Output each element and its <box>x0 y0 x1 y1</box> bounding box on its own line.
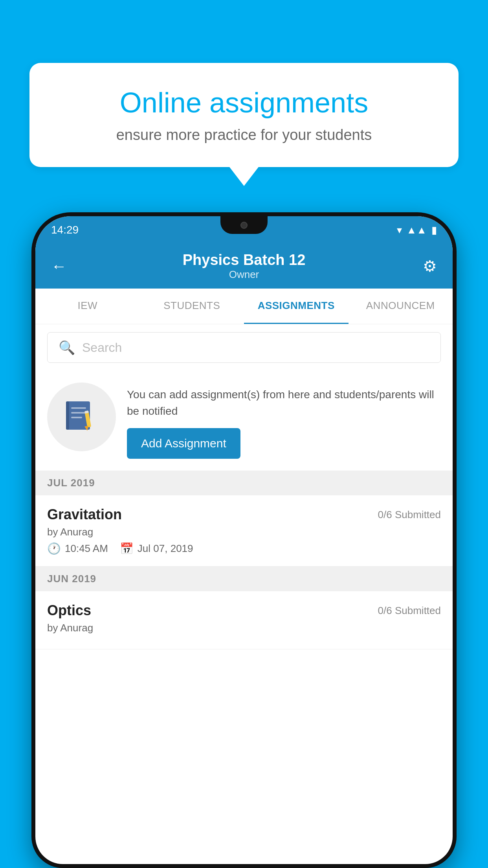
assignment-name: Gravitation <box>47 506 122 523</box>
header-center: Physics Batch 12 Owner <box>75 252 413 281</box>
status-bar: 14:29 ▾ ▲▲ ▮ <box>35 216 453 244</box>
status-time: 14:29 <box>51 224 79 236</box>
assignment-time: 🕐 10:45 AM <box>47 542 108 555</box>
calendar-icon: 📅 <box>120 542 134 555</box>
assignment-item-optics[interactable]: Optics 0/6 Submitted by Anurag <box>35 591 453 649</box>
camera-dot <box>240 222 248 229</box>
svg-rect-4 <box>71 417 82 418</box>
svg-rect-2 <box>71 407 86 409</box>
phone-content: 14:29 ▾ ▲▲ ▮ ← Physics Batch 12 Owner ⚙ <box>35 216 453 864</box>
speech-bubble: Online assignments ensure more practice … <box>29 63 459 167</box>
settings-button[interactable]: ⚙ <box>413 257 437 275</box>
tab-students[interactable]: STUDENTS <box>140 289 244 324</box>
clock-icon: 🕐 <box>47 542 61 555</box>
tab-announcements[interactable]: ANNOUNCEM <box>349 289 453 324</box>
tabs-bar: IEW STUDENTS ASSIGNMENTS ANNOUNCEM <box>35 289 453 324</box>
search-bar[interactable]: 🔍 Search <box>47 332 441 363</box>
assignment-meta: 🕐 10:45 AM 📅 Jul 07, 2019 <box>47 542 441 555</box>
tab-iew[interactable]: IEW <box>35 289 140 324</box>
bubble-subtitle: ensure more practice for your students <box>57 127 431 143</box>
status-icons: ▾ ▲▲ ▮ <box>397 224 437 236</box>
bubble-title: Online assignments <box>57 86 431 119</box>
signal-icon: ▲▲ <box>407 224 427 236</box>
assignment-item-gravitation[interactable]: Gravitation 0/6 Submitted by Anurag 🕐 10… <box>35 495 453 566</box>
assignment-item-header-optics: Optics 0/6 Submitted <box>47 602 441 619</box>
svg-rect-1 <box>66 401 69 430</box>
add-assignment-section: You can add assignment(s) from here and … <box>35 371 453 471</box>
assignment-time-value: 10:45 AM <box>65 542 108 555</box>
phone-inner: 14:29 ▾ ▲▲ ▮ ← Physics Batch 12 Owner ⚙ <box>35 216 453 864</box>
assignment-by-optics: by Anurag <box>47 622 441 634</box>
assignment-submitted: 0/6 Submitted <box>378 509 441 521</box>
tab-assignments[interactable]: ASSIGNMENTS <box>244 289 349 324</box>
assignment-date-value: Jul 07, 2019 <box>138 542 193 555</box>
wifi-icon: ▾ <box>397 224 402 236</box>
phone-frame: 14:29 ▾ ▲▲ ▮ ← Physics Batch 12 Owner ⚙ <box>31 212 457 868</box>
search-icon: 🔍 <box>59 340 75 355</box>
search-placeholder: Search <box>82 340 122 355</box>
notebook-icon <box>64 399 99 435</box>
notch <box>220 216 268 234</box>
header-title: Physics Batch 12 <box>75 252 413 268</box>
back-button[interactable]: ← <box>51 257 75 275</box>
assignment-by: by Anurag <box>47 526 441 538</box>
add-assignment-description: You can add assignment(s) from here and … <box>127 386 441 419</box>
svg-rect-3 <box>71 412 86 414</box>
add-assignment-content: You can add assignment(s) from here and … <box>127 383 441 459</box>
assignment-submitted-optics: 0/6 Submitted <box>378 605 441 617</box>
section-header-jul: JUL 2019 <box>35 471 453 495</box>
section-header-jun: JUN 2019 <box>35 566 453 591</box>
battery-icon: ▮ <box>431 224 437 236</box>
assignment-item-header: Gravitation 0/6 Submitted <box>47 506 441 523</box>
header-subtitle: Owner <box>75 268 413 281</box>
assignment-name-optics: Optics <box>47 602 91 619</box>
search-container: 🔍 Search <box>35 324 453 371</box>
assignment-date: 📅 Jul 07, 2019 <box>120 542 193 555</box>
speech-bubble-card: Online assignments ensure more practice … <box>29 63 459 167</box>
notebook-icon-wrap <box>47 383 116 451</box>
app-header: ← Physics Batch 12 Owner ⚙ <box>35 244 453 289</box>
add-assignment-button[interactable]: Add Assignment <box>127 428 240 459</box>
